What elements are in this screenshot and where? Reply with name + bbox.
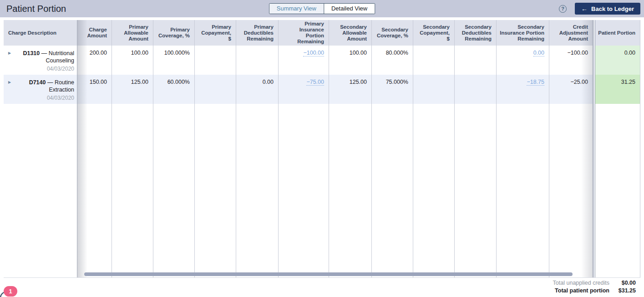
charge-date: 04/03/2020 (14, 65, 74, 72)
empty-column-area (279, 104, 329, 277)
horizontal-scrollbar-thumb[interactable] (84, 272, 573, 276)
secondary_deductibles-cell (455, 46, 496, 75)
column-header-credit_adjustment[interactable]: Credit Adjustment Amount (549, 20, 593, 46)
column-secondary_coverage: Secondary Coverage, %80.000%75.000% (372, 20, 413, 277)
charge_description-cell: ▶D1310 — Nutritional Counseling04/03/202… (4, 46, 77, 75)
empty-column-area (372, 104, 413, 277)
procedure-code: D7140 (29, 79, 46, 86)
secondary_coverage-cell: 75.000% (372, 75, 413, 104)
empty-column-area (497, 104, 549, 277)
empty-column-area (593, 104, 595, 277)
empty-column-area (413, 104, 454, 277)
charge_description-cell: ▶D7140 — Routine Extraction04/03/2020 (4, 75, 77, 104)
credit_adjustment-cell: −25.00 (549, 75, 593, 104)
expand-row-caret-icon[interactable]: ▶ (8, 50, 11, 75)
empty-column-area (329, 104, 371, 277)
secondary_insurance_portion-cell: −18.75 (497, 75, 549, 104)
secondary_deductibles-cell (455, 75, 496, 104)
column-header-secondary_insurance_portion[interactable]: Secondary Insurance Portion Remaining (497, 20, 549, 46)
primary_coverage-cell: 100.000% (153, 46, 194, 75)
expand-row-caret-icon[interactable]: ▶ (8, 79, 11, 104)
notification-badge[interactable]: 1 (4, 286, 17, 297)
help-icon[interactable]: ? (559, 5, 567, 13)
column-charge_description: Charge Description▶D1310 — Nutritional C… (4, 20, 77, 277)
tab-detailed-view[interactable]: Detailed View (324, 4, 375, 14)
secondary_coverage-cell: 80.000% (372, 46, 413, 75)
empty-column-area (195, 104, 236, 277)
total-patient-portion-value: $31.25 (612, 287, 636, 294)
secondary_insurance_portion-cell: 0.00 (497, 46, 549, 75)
column-primary_allowable: Primary Allowable Amount100.00125.00 (112, 20, 153, 277)
primary_copayment-cell (195, 46, 236, 75)
patient_portion-cell: 31.25 (595, 75, 640, 104)
procedure-name: — Nutritional Counseling (40, 50, 74, 64)
secondary_insurance_portion-link[interactable]: 0.00 (533, 50, 544, 56)
tab-summary-view[interactable]: Summary View (269, 4, 324, 14)
charge-date: 04/03/2020 (14, 94, 74, 102)
total-unapplied-credits-value: $0.00 (612, 280, 636, 286)
top-bar: Patient Portion Summary View Detailed Vi… (0, 0, 644, 17)
secondary_copayment-cell (413, 46, 454, 75)
patient_portion-cell: 0.00 (595, 46, 640, 75)
column-header-charge_description[interactable]: Charge Description (4, 20, 77, 46)
secondary_insurance_portion-link[interactable]: −18.75 (527, 79, 544, 86)
procedure-name: — Routine Extraction (46, 79, 74, 93)
column-header-secondary_deductibles[interactable]: Secondary Deductibles Remaining (455, 20, 496, 46)
back-to-ledger-label: Back to Ledger (591, 5, 634, 12)
secondary_copayment-cell (413, 75, 454, 104)
page-title: Patient Portion (6, 0, 66, 17)
primary_allowable-cell: 125.00 (112, 75, 153, 104)
charge_amount-cell: 150.00 (77, 75, 112, 104)
empty-column-area (455, 104, 496, 277)
primary_coverage-cell: 60.000% (153, 75, 194, 104)
column-header-primary_allowable[interactable]: Primary Allowable Amount (112, 20, 153, 46)
charge-description-text: D7140 — Routine Extraction04/03/2020 (14, 79, 74, 104)
total-unapplied-credits-label: Total unapplied credits (553, 280, 609, 286)
column-header-primary_insurance_portion[interactable]: Primary Insurance Portion Remaining (279, 20, 329, 46)
credit_adjustment-cell: −100.00 (549, 46, 593, 75)
horizontal-scrollbar (77, 271, 593, 277)
primary_insurance_portion-cell: −100.00 (279, 46, 329, 75)
empty-column-area (4, 104, 77, 277)
secondary_allowable-cell: 100.00 (329, 46, 371, 75)
primary_insurance_portion-cell: −75.00 (279, 75, 329, 104)
total-patient-portion-label: Total patient portion (553, 287, 609, 294)
primary_deductibles-cell (236, 46, 278, 75)
column-header-charge_amount[interactable]: Charge Amount (77, 20, 112, 46)
empty-column-area (112, 104, 153, 277)
charges-table: Charge Description▶D1310 — Nutritional C… (4, 20, 640, 278)
primary_insurance_portion-link[interactable]: −100.00 (303, 50, 324, 56)
column-header-secondary_coverage[interactable]: Secondary Coverage, % (372, 20, 413, 46)
column-header-primary_deductibles[interactable]: Primary Deductibles Remaining (236, 20, 278, 46)
column-header-secondary_copayment[interactable]: Secondary Copayment, $ (413, 20, 454, 46)
column-header-primary_coverage[interactable]: Primary Coverage, % (153, 20, 194, 46)
left-arrow-icon: ← (581, 5, 588, 12)
primary_copayment-cell (195, 75, 236, 104)
column-credit_adjustment: Credit Adjustment Amount−100.00−25.00 (549, 20, 593, 277)
column-primary_deductibles: Primary Deductibles Remaining0.00 (236, 20, 279, 277)
empty-column-area (236, 104, 278, 277)
column-secondary_insurance_portion: Secondary Insurance Portion Remaining0.0… (497, 20, 549, 277)
column-secondary_deductibles: Secondary Deductibles Remaining (455, 20, 497, 277)
empty-column-area (77, 104, 112, 277)
column-header-primary_copayment[interactable]: Primary Copayment, $ (195, 20, 236, 46)
charge-description-text: D1310 — Nutritional Counseling04/03/2020 (14, 50, 74, 75)
column-patient_portion: Patient Portion0.0031.25 (595, 20, 640, 277)
column-header-patient_portion[interactable]: Patient Portion (595, 20, 640, 46)
primary_insurance_portion-link[interactable]: −75.00 (306, 79, 324, 86)
totals-summary: Total unapplied credits $0.00 Total pati… (553, 280, 636, 294)
charge_amount-cell: 200.00 (77, 46, 112, 75)
column-secondary_allowable: Secondary Allowable Amount100.00125.00 (329, 20, 372, 277)
empty-column-area (595, 104, 640, 277)
topbar-actions: ? ← Back to Ledger (559, 3, 640, 15)
empty-column-area (153, 104, 194, 277)
column-secondary_copayment: Secondary Copayment, $ (413, 20, 455, 277)
primary_deductibles-cell: 0.00 (236, 75, 278, 104)
column-header-secondary_allowable[interactable]: Secondary Allowable Amount (329, 20, 371, 46)
back-to-ledger-button[interactable]: ← Back to Ledger (575, 3, 640, 15)
secondary_allowable-cell: 125.00 (329, 75, 371, 104)
column-charge_amount: Charge Amount200.00150.00 (77, 20, 112, 277)
primary_allowable-cell: 100.00 (112, 46, 153, 75)
column-primary_copayment: Primary Copayment, $ (195, 20, 236, 277)
column-primary_coverage: Primary Coverage, %100.000%60.000% (153, 20, 195, 277)
